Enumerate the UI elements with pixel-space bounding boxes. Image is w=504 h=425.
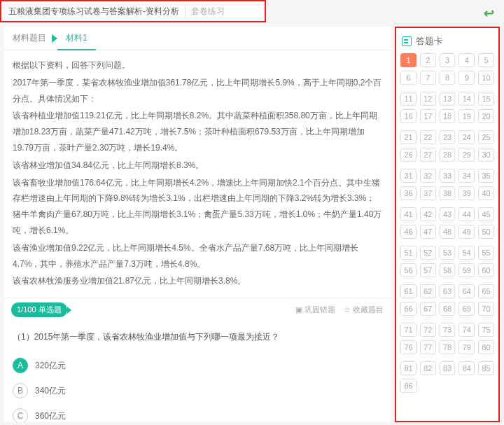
answer-cell-86[interactable]: 86 xyxy=(400,379,416,393)
answer-cell-69[interactable]: 69 xyxy=(458,302,475,316)
tab-material-1[interactable]: 材料1 xyxy=(57,27,96,50)
answer-grid-group: 51525354555657585960 xyxy=(400,246,494,277)
answer-cell-13[interactable]: 13 xyxy=(440,92,456,106)
answer-cell-55[interactable]: 55 xyxy=(478,246,494,260)
answer-cell-66[interactable]: 66 xyxy=(400,302,416,316)
option-B[interactable]: B340亿元 xyxy=(13,378,382,403)
answer-cell-62[interactable]: 62 xyxy=(420,284,436,298)
answer-cell-37[interactable]: 37 xyxy=(420,186,436,200)
option-A[interactable]: A320亿元 xyxy=(13,353,382,378)
answer-cell-72[interactable]: 72 xyxy=(420,323,436,337)
answer-cell-20[interactable]: 20 xyxy=(478,109,494,123)
answer-cell-54[interactable]: 54 xyxy=(458,246,475,260)
passage-line: 该省畜牧业增加值176.64亿元，比上年同期增长4.2%，增速比上年同期加快2.… xyxy=(13,175,382,239)
answer-cell-2[interactable]: 2 xyxy=(420,53,436,67)
answer-cell-29[interactable]: 29 xyxy=(458,148,475,162)
answer-cell-45[interactable]: 45 xyxy=(478,207,494,221)
answer-cell-65[interactable]: 65 xyxy=(478,284,494,298)
answer-cell-30[interactable]: 30 xyxy=(478,148,494,162)
answer-cell-49[interactable]: 49 xyxy=(458,225,475,239)
answer-cell-80[interactable]: 80 xyxy=(478,340,494,354)
answer-cell-41[interactable]: 41 xyxy=(400,207,416,221)
answer-cell-46[interactable]: 46 xyxy=(400,225,416,239)
answer-cell-3[interactable]: 3 xyxy=(440,53,456,67)
answer-cell-75[interactable]: 75 xyxy=(478,323,494,337)
answer-cell-6[interactable]: 6 xyxy=(400,71,416,85)
answer-cell-85[interactable]: 85 xyxy=(478,361,494,375)
answer-cell-78[interactable]: 78 xyxy=(440,340,456,354)
answer-cell-60[interactable]: 60 xyxy=(478,263,494,277)
answer-cell-17[interactable]: 17 xyxy=(420,109,436,123)
answer-cell-15[interactable]: 15 xyxy=(478,92,494,106)
answer-cell-56[interactable]: 56 xyxy=(400,263,416,277)
answer-cell-84[interactable]: 84 xyxy=(458,361,475,375)
answer-cell-35[interactable]: 35 xyxy=(478,169,494,183)
answer-cell-1[interactable]: 1 xyxy=(400,53,416,67)
answer-cell-57[interactable]: 57 xyxy=(420,263,436,277)
answer-cell-27[interactable]: 27 xyxy=(420,148,436,162)
passage-line: 该省种植业增加值119.21亿元，比上年同期增长8.2%。其中蔬菜种植面积358… xyxy=(13,108,382,155)
answer-cell-19[interactable]: 19 xyxy=(458,109,475,123)
answer-cell-10[interactable]: 10 xyxy=(478,71,494,85)
answer-cell-21[interactable]: 21 xyxy=(400,130,416,144)
answer-cell-8[interactable]: 8 xyxy=(440,71,456,85)
answer-cell-14[interactable]: 14 xyxy=(458,92,475,106)
answer-cell-9[interactable]: 9 xyxy=(458,71,475,85)
answer-cell-28[interactable]: 28 xyxy=(440,148,456,162)
answer-cell-70[interactable]: 70 xyxy=(478,302,494,316)
answer-cell-42[interactable]: 42 xyxy=(420,207,436,221)
answer-cell-50[interactable]: 50 xyxy=(478,225,494,239)
passage-block: 根据以下资料，回答下列问题。 2017年第一季度，某省农林牧渔业增加值361.7… xyxy=(4,50,391,298)
answer-cell-76[interactable]: 76 xyxy=(400,340,416,354)
answer-cell-4[interactable]: 4 xyxy=(458,53,475,67)
answer-cell-51[interactable]: 51 xyxy=(400,246,416,260)
tab-material[interactable]: 材料题目 xyxy=(4,27,55,50)
favorite-button[interactable]: ☆ 收藏题目 xyxy=(344,305,384,315)
answer-grid-group: 12345678910 xyxy=(400,53,494,85)
answer-cell-59[interactable]: 59 xyxy=(458,263,475,277)
answer-cell-74[interactable]: 74 xyxy=(458,323,475,337)
answer-cell-26[interactable]: 26 xyxy=(400,148,416,162)
back-icon[interactable]: ↩ xyxy=(484,6,494,21)
answer-cell-22[interactable]: 22 xyxy=(420,130,436,144)
answer-cell-52[interactable]: 52 xyxy=(420,246,436,260)
answer-cell-33[interactable]: 33 xyxy=(440,169,456,183)
answer-cell-32[interactable]: 32 xyxy=(420,169,436,183)
answer-cell-47[interactable]: 47 xyxy=(420,225,436,239)
consolidate-button[interactable]: ▣ 巩固错题 xyxy=(295,305,335,315)
answer-cell-73[interactable]: 73 xyxy=(440,323,456,337)
answer-cell-38[interactable]: 38 xyxy=(440,186,456,200)
answer-cell-63[interactable]: 63 xyxy=(440,284,456,298)
answer-cell-39[interactable]: 39 xyxy=(458,186,475,200)
answer-cell-11[interactable]: 11 xyxy=(400,92,416,106)
answer-cell-44[interactable]: 44 xyxy=(458,207,475,221)
answer-cell-23[interactable]: 23 xyxy=(440,130,456,144)
answer-cell-36[interactable]: 36 xyxy=(400,186,416,200)
answer-cell-67[interactable]: 67 xyxy=(420,302,436,316)
answer-cell-83[interactable]: 83 xyxy=(440,361,456,375)
answer-cell-77[interactable]: 77 xyxy=(420,340,436,354)
answer-cell-81[interactable]: 81 xyxy=(400,361,416,375)
answer-cell-53[interactable]: 53 xyxy=(440,246,456,260)
answer-cell-71[interactable]: 71 xyxy=(400,323,416,337)
answer-cell-7[interactable]: 7 xyxy=(420,71,436,85)
answer-cell-68[interactable]: 68 xyxy=(440,302,456,316)
answer-cell-18[interactable]: 18 xyxy=(440,109,456,123)
answer-cell-25[interactable]: 25 xyxy=(478,130,494,144)
answer-cell-48[interactable]: 48 xyxy=(440,225,456,239)
answer-cell-24[interactable]: 24 xyxy=(458,130,475,144)
answer-cell-61[interactable]: 61 xyxy=(400,284,416,298)
answer-cell-43[interactable]: 43 xyxy=(440,207,456,221)
answer-cell-58[interactable]: 58 xyxy=(440,263,456,277)
answer-cell-16[interactable]: 16 xyxy=(400,109,416,123)
answer-cell-34[interactable]: 34 xyxy=(458,169,475,183)
option-C[interactable]: C360亿元 xyxy=(13,403,382,422)
answer-cell-12[interactable]: 12 xyxy=(420,92,436,106)
answer-cell-79[interactable]: 79 xyxy=(458,340,475,354)
answer-card-icon xyxy=(402,36,412,46)
answer-cell-82[interactable]: 82 xyxy=(420,361,436,375)
answer-cell-5[interactable]: 5 xyxy=(478,53,494,67)
answer-cell-64[interactable]: 64 xyxy=(458,284,475,298)
answer-cell-31[interactable]: 31 xyxy=(400,169,416,183)
answer-cell-40[interactable]: 40 xyxy=(478,186,494,200)
